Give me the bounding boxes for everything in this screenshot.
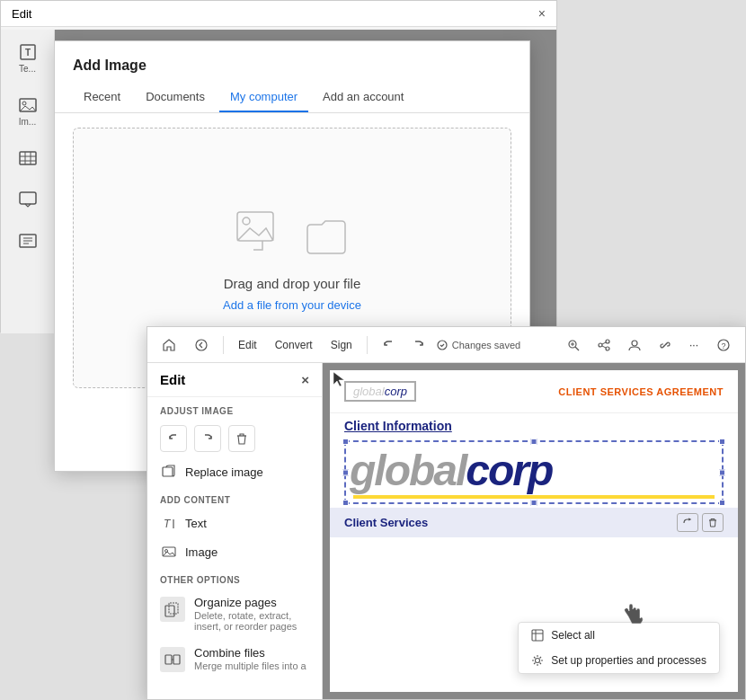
fg-toolbar: Edit Convert Sign Changes saved ··· ? (147, 327, 745, 363)
yellow-accent-line (353, 495, 715, 499)
handle-top-left[interactable] (342, 439, 349, 445)
changes-saved-status: Changes saved (436, 339, 520, 351)
sign-button[interactable]: Sign (324, 335, 360, 355)
setup-properties-item[interactable]: Set up properties and processes (519, 648, 719, 673)
image-controls (147, 420, 322, 457)
drop-icons (235, 205, 349, 261)
svg-rect-31 (163, 467, 173, 476)
tab-recent[interactable]: Recent (73, 83, 131, 112)
fg-main-layout: Edit × ADJUST IMAGE Repla (147, 363, 745, 699)
svg-point-24 (606, 347, 609, 350)
logo-section-selected[interactable]: globalcorp (344, 440, 724, 504)
handle-bottom-right[interactable] (719, 500, 725, 506)
bg-sidebar: T Te... Im... (1, 30, 55, 333)
rotate-left-button[interactable] (160, 425, 187, 452)
pointer-cursor (330, 370, 348, 388)
setup-properties-label: Set up properties and processes (551, 654, 706, 667)
client-services-text: Client Services (344, 516, 428, 529)
bg-sidebar-item-comment[interactable] (8, 184, 48, 215)
foreground-panel: Edit Convert Sign Changes saved ··· ? (147, 326, 746, 700)
image-icon (160, 543, 178, 561)
link-button[interactable] (652, 335, 679, 355)
combine-files-option[interactable]: Combine files Merge multiple files into … (147, 639, 322, 679)
bar-refresh-button[interactable] (677, 513, 698, 532)
svg-text:?: ? (721, 341, 725, 350)
select-all-item[interactable]: Select all (519, 623, 719, 648)
svg-rect-39 (173, 655, 180, 664)
client-services-bar: Client Services (330, 508, 738, 537)
svg-rect-38 (165, 655, 172, 664)
svg-rect-14 (237, 212, 273, 241)
delete-image-button[interactable] (228, 425, 255, 452)
svg-point-27 (632, 341, 637, 346)
bg-sidebar-item-link[interactable] (8, 226, 48, 256)
big-logo-global: global (350, 447, 466, 494)
tab-add-account[interactable]: Add an account (312, 83, 414, 112)
adjust-image-label: ADJUST IMAGE (147, 397, 322, 420)
logo-corp-text: corp (385, 385, 407, 398)
edit-button[interactable]: Edit (231, 335, 264, 355)
text-icon: T (160, 514, 178, 532)
handle-top-middle[interactable] (531, 439, 537, 445)
toolbar-divider-2 (367, 336, 368, 354)
bg-editor-close[interactable]: × (538, 6, 546, 21)
combine-files-title: Combine files (194, 646, 306, 660)
undo-button[interactable] (375, 335, 402, 355)
svg-line-26 (602, 346, 606, 348)
add-text-action[interactable]: T Text (147, 509, 322, 537)
help-button[interactable]: ? (709, 334, 738, 356)
rotate-right-button[interactable] (194, 425, 221, 452)
svg-line-19 (575, 347, 579, 350)
combine-files-icon (160, 647, 185, 672)
drop-zone-link[interactable]: Add a file from your device (223, 298, 361, 312)
bg-sidebar-item-text[interactable]: T Te... (8, 37, 48, 79)
handle-middle-right[interactable] (719, 469, 725, 475)
more-button[interactable]: ··· (682, 335, 706, 355)
convert-button[interactable]: Convert (268, 335, 320, 355)
pdf-logo-selected: globalcorp (344, 381, 416, 402)
edit-sidebar-title: Edit (160, 372, 185, 387)
add-image-action[interactable]: Image (147, 537, 322, 566)
svg-rect-37 (169, 603, 178, 614)
add-content-label: ADD CONTENT (147, 486, 322, 509)
back-button[interactable] (187, 334, 216, 356)
svg-point-3 (22, 102, 26, 105)
organize-pages-desc: Delete, rotate, extract, insert, or reor… (194, 610, 309, 632)
zoom-in-button[interactable] (560, 335, 587, 355)
handle-top-right[interactable] (719, 439, 725, 445)
svg-rect-36 (165, 606, 174, 616)
handle-bottom-left[interactable] (342, 500, 349, 506)
svg-line-28 (663, 343, 667, 347)
svg-point-45 (536, 659, 540, 663)
client-information-label: Client Information (330, 413, 738, 437)
text-label: Text (185, 517, 207, 530)
tab-my-computer[interactable]: My computer (219, 83, 308, 112)
redo-button[interactable] (405, 335, 432, 355)
bg-sidebar-item-table[interactable] (8, 143, 48, 173)
bg-sidebar-item-image[interactable]: Im... (8, 90, 48, 132)
edit-sidebar-close[interactable]: × (301, 372, 309, 387)
select-all-label: Select all (551, 629, 595, 642)
handle-middle-left[interactable] (342, 469, 349, 475)
svg-marker-41 (333, 372, 344, 386)
context-menu: Select all Set up properties and process… (518, 622, 720, 674)
svg-text:T: T (164, 518, 172, 530)
services-agreement-text: CLIENT SERVICES AGREEMENT (423, 386, 724, 397)
home-button[interactable] (155, 334, 183, 356)
handle-bottom-middle[interactable] (531, 500, 537, 506)
bar-delete-button[interactable] (702, 513, 724, 532)
pdf-content-area: globalcorp CLIENT SERVICES AGREEMENT Cli… (323, 363, 745, 699)
image-label: Image (185, 545, 218, 559)
dialog-title: Add Image (55, 41, 529, 83)
edit-sidebar-header: Edit × (147, 363, 322, 397)
svg-line-25 (602, 342, 606, 344)
share-button[interactable] (591, 335, 617, 355)
organize-pages-option[interactable]: Organize pages Delete, rotate, extract, … (147, 589, 322, 639)
profile-button[interactable] (621, 335, 648, 355)
tab-documents[interactable]: Documents (135, 83, 216, 112)
replace-image-label: Replace image (185, 465, 263, 479)
svg-text:T: T (24, 48, 30, 58)
replace-image-action[interactable]: Replace image (147, 457, 322, 486)
dialog-tabs: Recent Documents My computer Add an acco… (55, 83, 529, 113)
organize-pages-icon (160, 597, 185, 622)
